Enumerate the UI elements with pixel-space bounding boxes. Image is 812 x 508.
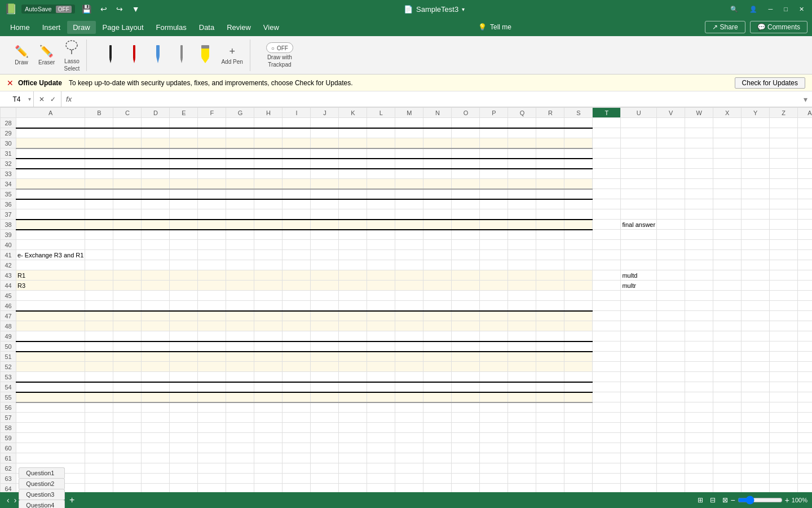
cell-O51[interactable]	[452, 352, 480, 362]
cell-T49[interactable]	[593, 331, 621, 341]
cell-B28[interactable]	[85, 118, 113, 128]
cell-AA64[interactable]	[798, 484, 812, 493]
cell-H50[interactable]	[254, 341, 283, 352]
cell-G55[interactable]	[226, 392, 254, 402]
cell-R53[interactable]	[536, 372, 564, 382]
cell-Z47[interactable]	[770, 311, 798, 321]
cell-AA62[interactable]	[798, 463, 812, 474]
cell-S55[interactable]	[564, 392, 593, 402]
cell-C47[interactable]	[113, 311, 142, 321]
cell-M30[interactable]	[395, 138, 423, 148]
cell-X47[interactable]	[713, 311, 742, 321]
row-num-header[interactable]	[1, 108, 16, 118]
cell-M42[interactable]	[395, 260, 423, 270]
cell-Z50[interactable]	[770, 341, 798, 352]
cell-H63[interactable]	[254, 474, 283, 484]
cell-W50[interactable]	[685, 341, 713, 352]
cell-U51[interactable]	[621, 352, 657, 362]
cell-Y56[interactable]	[742, 402, 770, 413]
cell-W39[interactable]	[685, 230, 713, 240]
cell-P54[interactable]	[480, 382, 508, 392]
cell-S54[interactable]	[564, 382, 593, 392]
cell-U48[interactable]	[621, 321, 657, 331]
cell-A36[interactable]	[16, 199, 85, 209]
cell-C50[interactable]	[113, 341, 142, 352]
cell-D36[interactable]	[142, 199, 170, 209]
cell-C54[interactable]	[113, 382, 142, 392]
cell-X63[interactable]	[713, 474, 742, 484]
cell-M48[interactable]	[395, 321, 423, 331]
cell-S38[interactable]	[564, 220, 593, 230]
cell-J37[interactable]	[311, 209, 339, 220]
cell-Y45[interactable]	[742, 291, 770, 301]
cell-V44[interactable]	[657, 281, 685, 291]
cell-AA31[interactable]	[798, 148, 812, 159]
cell-S59[interactable]	[564, 433, 593, 443]
cell-A37[interactable]	[16, 209, 85, 220]
menu-formulas[interactable]: Formulas	[151, 21, 192, 34]
cell-S58[interactable]	[564, 423, 593, 433]
cell-E41[interactable]	[170, 250, 198, 260]
cell-H64[interactable]	[254, 484, 283, 493]
cell-E33[interactable]	[170, 169, 198, 179]
cell-I30[interactable]	[283, 138, 311, 148]
cell-T48[interactable]	[593, 321, 621, 331]
cell-M31[interactable]	[395, 148, 423, 159]
cell-W33[interactable]	[685, 169, 713, 179]
cell-B49[interactable]	[85, 331, 113, 341]
cell-O33[interactable]	[452, 169, 480, 179]
cell-K59[interactable]	[339, 433, 367, 443]
cell-A53[interactable]	[16, 372, 85, 382]
cell-T56[interactable]	[593, 402, 621, 413]
cell-M34[interactable]	[395, 179, 423, 189]
cell-X53[interactable]	[713, 372, 742, 382]
cell-W30[interactable]	[685, 138, 713, 148]
col-header-L[interactable]: L	[367, 108, 395, 118]
redo-button[interactable]: ↪	[114, 3, 125, 15]
cell-I29[interactable]	[283, 128, 311, 138]
cell-M38[interactable]	[395, 220, 423, 230]
cell-G34[interactable]	[226, 179, 254, 189]
cell-I63[interactable]	[283, 474, 311, 484]
cell-O30[interactable]	[452, 138, 480, 148]
cell-G35[interactable]	[226, 189, 254, 199]
cell-C37[interactable]	[113, 209, 142, 220]
cell-J59[interactable]	[311, 433, 339, 443]
sheet-tab-question3[interactable]: Question3	[19, 489, 65, 500]
cell-A46[interactable]	[16, 301, 85, 311]
cell-A45[interactable]	[16, 291, 85, 301]
cell-J34[interactable]	[311, 179, 339, 189]
save-button[interactable]: 💾	[80, 3, 94, 15]
cell-AA48[interactable]	[798, 321, 812, 331]
cell-Z41[interactable]	[770, 250, 798, 260]
cancel-formula-button[interactable]: ✕	[37, 94, 46, 104]
cell-A44[interactable]: R3	[16, 281, 85, 291]
cell-I35[interactable]	[283, 189, 311, 199]
cell-X40[interactable]	[713, 240, 742, 250]
cell-AA29[interactable]	[798, 128, 812, 138]
cell-I38[interactable]	[283, 220, 311, 230]
cell-V31[interactable]	[657, 148, 685, 159]
cell-V37[interactable]	[657, 209, 685, 220]
cell-L42[interactable]	[367, 260, 395, 270]
cell-L62[interactable]	[367, 463, 395, 474]
cell-E46[interactable]	[170, 301, 198, 311]
cell-K35[interactable]	[339, 189, 367, 199]
cell-U43[interactable]: multd	[621, 270, 657, 281]
cell-S48[interactable]	[564, 321, 593, 331]
cell-I48[interactable]	[283, 321, 311, 331]
cell-C28[interactable]	[113, 118, 142, 128]
cell-P29[interactable]	[480, 128, 508, 138]
cell-F49[interactable]	[198, 331, 226, 341]
cell-P64[interactable]	[480, 484, 508, 493]
cell-P48[interactable]	[480, 321, 508, 331]
cell-C45[interactable]	[113, 291, 142, 301]
cell-V34[interactable]	[657, 179, 685, 189]
cell-S43[interactable]	[564, 270, 593, 281]
cell-W61[interactable]	[685, 453, 713, 463]
cell-N64[interactable]	[423, 484, 452, 493]
cell-F60[interactable]	[198, 443, 226, 453]
cell-Q30[interactable]	[508, 138, 536, 148]
cell-W44[interactable]	[685, 281, 713, 291]
cell-S63[interactable]	[564, 474, 593, 484]
